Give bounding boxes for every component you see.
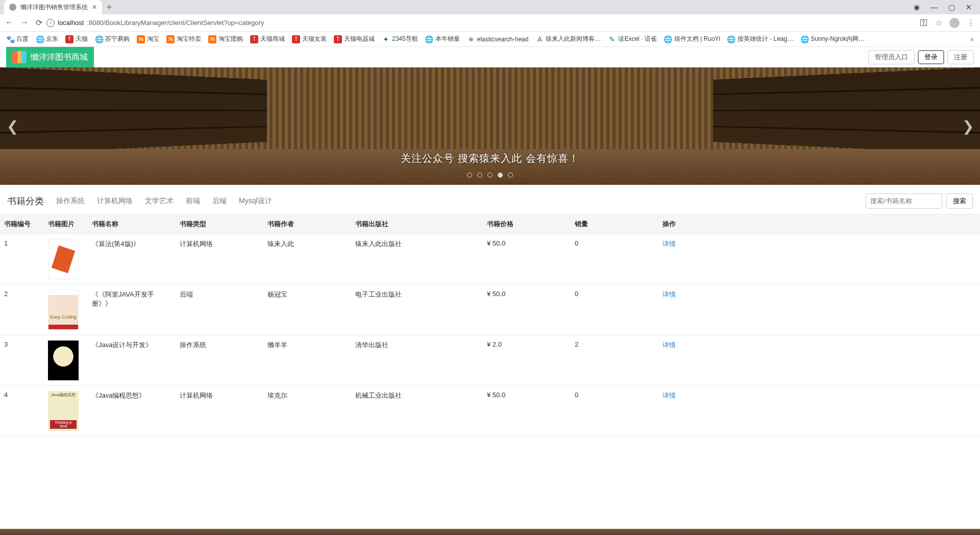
table-row: 3《Java设计与开发》操作系统懒羊羊清华出版社¥ 2.02详情: [0, 335, 980, 386]
menu-icon[interactable]: ⋮: [967, 18, 975, 28]
cell-id: 3: [0, 335, 44, 386]
cell-image: [44, 234, 88, 285]
login-button[interactable]: 登录: [918, 50, 944, 64]
close-icon[interactable]: ✕: [965, 3, 973, 11]
search-button[interactable]: 搜索: [946, 193, 973, 209]
brand-logo[interactable]: 懒洋洋图书商城: [6, 47, 94, 67]
bookmark-item[interactable]: T天猫女装: [292, 35, 327, 43]
bookmark-item[interactable]: 淘淘宝团购: [208, 35, 243, 43]
bookmark-icon: 🌐: [36, 35, 44, 43]
bookmark-item[interactable]: T天猫商城: [250, 35, 285, 43]
book-thumb[interactable]: Java编程思想Thinking in Java: [48, 391, 79, 431]
category-tab[interactable]: 文学艺术: [145, 197, 174, 205]
cell-name: 《Java设计与开发》: [88, 335, 176, 386]
tab-close-icon[interactable]: ✕: [92, 4, 97, 11]
bookmark-label: 淘宝团购: [218, 35, 243, 43]
bookmark-label: 读Excel · 语雀: [618, 35, 656, 43]
cell-type: 计算机网络: [176, 234, 263, 285]
bookmark-item[interactable]: ✎读Excel · 语雀: [608, 35, 656, 43]
admin-button[interactable]: 管理员入口: [868, 50, 915, 64]
new-tab-button[interactable]: +: [102, 0, 116, 14]
star-icon[interactable]: ☆: [935, 18, 942, 28]
bookmark-item[interactable]: ✦2345导航: [382, 35, 418, 43]
browser-tab[interactable]: 懒洋洋图书销售管理系统 ✕: [4, 0, 102, 14]
cell-action: 详情: [658, 386, 980, 436]
maximize-icon[interactable]: ▢: [947, 3, 955, 11]
carousel-dot[interactable]: [487, 173, 493, 178]
carousel-prev-icon[interactable]: ❮: [3, 114, 21, 138]
cell-publisher: 电子工业出版社: [351, 285, 483, 335]
bookmark-icon: 淘: [208, 35, 216, 43]
book-thumb[interactable]: Easy Coding: [48, 290, 79, 330]
cell-id: 4: [0, 386, 44, 436]
carousel-dot[interactable]: [477, 173, 482, 178]
profile-avatar-icon[interactable]: [949, 18, 960, 28]
table-header-cell: 书籍类型: [176, 214, 263, 234]
nav-reload-icon[interactable]: ⟳: [36, 18, 42, 28]
cell-author: 埃克尔: [263, 386, 351, 436]
table-row: 4Java编程思想Thinking in Java《Java编程思想》计算机网络…: [0, 386, 980, 436]
table-header-cell: 书籍编号: [0, 214, 44, 234]
bookmark-icon: T: [292, 35, 300, 43]
brand-icon: [12, 51, 27, 63]
cell-action: 详情: [658, 335, 980, 386]
category-bar: 书籍分类 操作系统计算机网络文学艺术前端后端Mysql设计 搜索: [0, 188, 980, 214]
category-tab[interactable]: 计算机网络: [97, 197, 133, 205]
bookmark-item[interactable]: T天猫电器城: [334, 35, 375, 43]
category-tab[interactable]: 操作系统: [56, 197, 85, 205]
detail-link[interactable]: 详情: [663, 240, 676, 248]
bookmark-item[interactable]: 🌐本年销量: [425, 35, 460, 43]
bookmark-item[interactable]: 🐾百度: [6, 35, 29, 43]
book-thumb[interactable]: [48, 341, 79, 380]
bookmark-label: 苏宁易购: [105, 35, 130, 43]
bookmark-item[interactable]: ⛯elasticsearch-head: [467, 35, 529, 43]
detail-link[interactable]: 详情: [663, 392, 676, 399]
site-info-icon[interactable]: i: [46, 19, 55, 27]
carousel-dot[interactable]: [467, 173, 472, 178]
cell-author: 杨冠宝: [263, 285, 351, 335]
bookmark-item[interactable]: 🌐苏宁易购: [95, 35, 130, 43]
cell-action: 详情: [658, 285, 980, 335]
carousel-dot[interactable]: [508, 173, 513, 178]
bookmark-item[interactable]: 🌐Sunny-Ngrok内网…: [800, 35, 865, 43]
bookmark-item[interactable]: 🌐按英雄统计 - Leag…: [727, 35, 793, 43]
nav-back-icon[interactable]: ←: [5, 18, 13, 28]
detail-link[interactable]: 详情: [663, 341, 676, 349]
book-thumb[interactable]: [48, 239, 79, 279]
cell-price: ¥ 50.0: [483, 234, 571, 285]
bookmark-label: 淘宝特卖: [177, 35, 201, 43]
bookmark-label: 京东: [46, 35, 58, 43]
bookmark-icon: 🌐: [800, 35, 808, 43]
bookmark-item[interactable]: T天猫: [65, 35, 88, 43]
table-header-cell: 书籍作者: [263, 214, 351, 234]
bookmark-item[interactable]: A猿来入此新闻博客…: [535, 35, 601, 43]
hero-carousel: ❮ ❯ 关注公众号 搜索猿来入此 会有惊喜！: [0, 67, 980, 185]
register-button[interactable]: 注册: [947, 50, 974, 64]
url-host: localhost: [58, 19, 84, 27]
category-tab[interactable]: 前端: [186, 197, 200, 205]
bookmark-item[interactable]: 淘淘宝: [137, 35, 159, 43]
nav-forward-icon[interactable]: →: [20, 18, 29, 28]
bookmarks-overflow-icon[interactable]: »: [970, 36, 974, 43]
search-input[interactable]: [866, 193, 942, 209]
table-header-cell: 书籍名称: [88, 214, 176, 234]
site-header: 懒洋洋图书商城 管理员入口 登录 注册: [0, 47, 980, 67]
page-viewport[interactable]: 懒洋洋图书商城 管理员入口 登录 注册 ❮ ❯ 关注公众号 搜索猿来入此 会有惊…: [0, 47, 980, 529]
record-icon[interactable]: ◉: [913, 3, 921, 11]
brand-title: 懒洋洋图书商城: [31, 52, 88, 63]
carousel-next-icon[interactable]: ❯: [959, 114, 977, 138]
category-tab[interactable]: 后端: [212, 197, 227, 205]
category-tab[interactable]: Mysql设计: [239, 197, 272, 205]
detail-link[interactable]: 详情: [663, 290, 676, 298]
key-icon[interactable]: ⚿: [920, 18, 928, 28]
address-bar[interactable]: i localhost :8080/BookLibraryManager/cli…: [46, 19, 916, 27]
carousel-dot[interactable]: [498, 173, 503, 178]
bookmark-item[interactable]: 淘淘宝特卖: [166, 35, 201, 43]
cell-publisher: 清华出版社: [351, 335, 483, 386]
bookmark-label: 淘宝: [147, 35, 159, 43]
bookmark-icon: T: [334, 35, 342, 43]
bookmark-item[interactable]: 🌐京东: [36, 35, 58, 43]
minimize-icon[interactable]: —: [930, 3, 938, 11]
cell-type: 操作系统: [176, 335, 263, 386]
bookmark-item[interactable]: 🌐组件文档 | RuoYi: [664, 35, 720, 43]
